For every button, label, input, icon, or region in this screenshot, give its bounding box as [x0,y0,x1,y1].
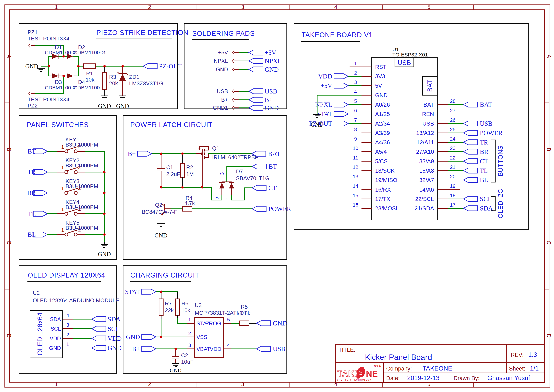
charging-title: CHARGING CIRCUIT [130,271,199,279]
gnd-symbol-icon [101,96,108,99]
grid-row-label-right: C [546,241,552,245]
grid-col-label-top: 2 [148,4,151,10]
testpoint-hook-icon [233,51,234,54]
pad-flag [249,105,263,110]
logo-glove-icon [355,366,367,379]
esp32-pin-number: 10 [353,146,358,151]
grid-col-label-top: 5 [427,4,430,10]
block-charging-circuit: CHARGING CIRCUIT STAT R7 22k R6 10k U3 M… [123,266,287,374]
esp32-right-flag [464,159,478,164]
ct-flag-label: CT [268,184,277,191]
oled-flag-label: SDA [108,315,121,323]
switch-pin1-num: 1 [61,207,64,212]
grid-row-label-right: D [546,334,552,338]
pz1-part: TEST-POINT3X4 [28,35,69,42]
esp32-left-flag-label: STAT [317,110,332,118]
u3-pin-vbat: VBAT [196,346,210,352]
d7-pin1-num: 1 [225,197,230,200]
d1-ref: D1 [55,44,62,50]
esp32-pin-number: 2 [354,70,357,76]
block-panel-switches: PANEL SWITCHES BTKEY1B3U-1000PM12TRKEY2B… [19,115,117,259]
esp32-left-flag-label: NPXL [315,101,332,108]
esp32-left-flag-label: +5V [321,82,332,89]
junction-dot [201,186,203,189]
pz1-ref: PZ1 [28,29,38,35]
gnd-symbol-icon [172,364,179,367]
pz2-ref: PZ2 [28,103,38,109]
switch-part: B3U-1000PM [65,204,98,210]
switches-gnd-label: GND [98,251,111,258]
switch-part: B3U-1000PM [65,162,98,168]
esp32-left-flag-label: PZ-OUT [309,120,332,127]
esp32-left-flag [334,102,348,107]
r1-value: 10k [86,77,95,83]
bat-flag-label: BAT [268,150,280,157]
esp32-pin-number: 5 [354,98,357,104]
pz-out-flag-label: PZ-OUT [159,63,182,70]
esp32-left-flag [334,74,348,79]
power-flag [252,206,266,211]
panel-switch-flag-label: TR [28,168,36,176]
c2-gnd-label: GND [170,367,181,373]
date-value: 2019-12-13 [407,374,439,381]
esp32-left-flag [334,121,348,126]
pad-flag [249,67,263,72]
switches-title: PANEL SWITCHES [27,121,89,128]
oled-flag [92,326,106,331]
u3-pin-vss: VSS [196,334,207,340]
document-title: Kicker Panel Board [365,353,432,362]
d7-pin2-num: 2 [215,197,220,200]
pad-flag-label: USB [265,88,277,95]
block-power-latch: POWER LATCH CIRCUIT B+ Q1 IRLML6402TRPBF… [123,115,291,259]
grid-row-label-right: B [546,148,552,151]
resistor-r1 [84,64,96,69]
junction-dot [174,348,177,350]
esp32-pin-name: 33/A9 [419,158,434,164]
esp32-right-flag-label: POWER [480,129,503,136]
oled-pin-name: SDA [50,316,61,322]
grid-col-label-top: 1 [55,4,58,10]
block-soldering-pads: SOLDERING PADS +5V+5VNPXLNPXLGNDGNDUSBUS… [184,24,287,111]
pz2-part: TEST-POINT3X4 [28,96,69,103]
power-flag-label: POWER [268,205,291,212]
esp32-left-flag [334,83,348,88]
d7-ref: D7 [236,168,243,175]
esp32-pin-name: 5/CS [375,158,388,164]
esp32-pin-number: 20 [450,174,456,179]
esp32-usb-box-label: USB [398,59,411,66]
esp32-pin-name: REN [422,111,434,117]
testpoint-hook-icon [233,98,234,101]
pad-flag-label: GND [265,66,279,73]
drawn-by-value: Ghassan Yusuf [487,374,530,381]
u3-pin-vdd: VDD [210,346,221,352]
esp32-left-flag-label: VDD [318,73,332,80]
switch-pin2-num: 2 [78,227,81,232]
c1-value: 2.2uF [166,171,180,177]
esp32-pin-name: 15/A8 [419,168,434,174]
resistor-r7 [159,299,163,315]
switch-contact-2 [74,171,77,174]
zener-zd1 [118,72,128,81]
esp32-pin-name: A2/34 [375,120,390,127]
u3-num-1: 1 [188,317,191,322]
company-value: TAKEONE [422,365,452,372]
u1-part: TO-ESP32-X01 [392,52,428,57]
diode-d3 [52,74,58,78]
gnd-symbol-icon [37,68,45,71]
drawn-by-label: Drawn By: [454,375,479,381]
esp32-pin-name: 13/A12 [416,130,434,136]
testpoint-pz1-icon [29,44,30,47]
junction-dot [103,213,105,215]
block-oled-display: OLED DISPLAY 128X64 U2 OLED 128X64 ARDUI… [19,266,122,374]
u3-ref: U3 [195,302,202,308]
pz-out-flag [143,64,157,69]
d2-part: CDBM1100-G [74,50,105,55]
logo-ne-text: NE [366,369,378,378]
pad-net-label: +5V [218,49,228,56]
esp32-bat-box-label: BAT [426,80,433,92]
esp32-pin-number: 7 [354,117,357,123]
gnd-symbol-icon [119,96,126,99]
junction-dot [77,65,80,67]
u3-pin-prog: PROG [205,320,221,327]
u3-num-2: 2 [188,331,191,336]
